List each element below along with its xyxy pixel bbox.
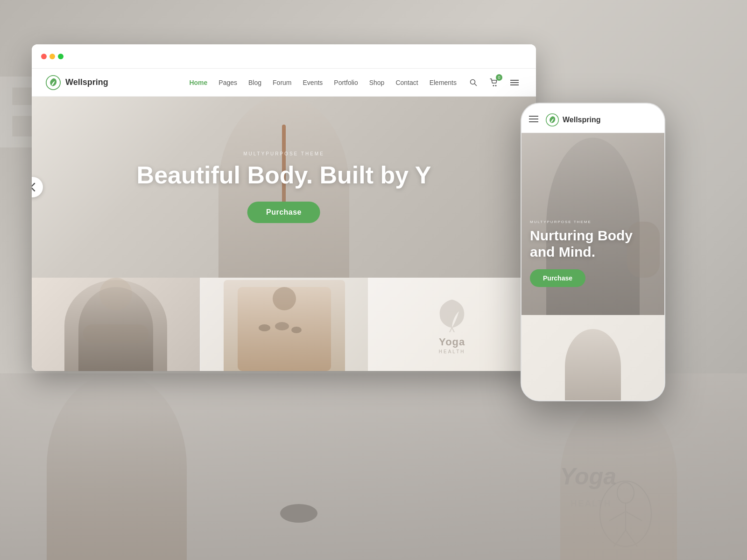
yoga-brand-card: Yoga HEALTH: [368, 278, 536, 371]
desktop-nav-links: Home Pages Blog Forum Events Portfolio S…: [189, 78, 457, 87]
mobile-mockup: Wellspring MULTYPURPOSE THEME Nurturing …: [521, 103, 665, 401]
nav-events[interactable]: Events: [303, 79, 323, 86]
leaf-logo-icon: [46, 75, 61, 90]
mobile-hero: MULTYPURPOSE THEME Nurturing Body and Mi…: [521, 133, 664, 315]
cart-badge: 0: [496, 74, 502, 81]
mobile-logo-text: Wellspring: [563, 116, 601, 124]
desktop-mockup: Wellspring Home Pages Blog Forum Events …: [32, 44, 536, 371]
desktop-bottom: Yoga HEALTH: [32, 278, 536, 371]
menu-icon-btn[interactable]: [507, 75, 522, 90]
yoga-sit-card: [32, 278, 200, 371]
nav-pages[interactable]: Pages: [218, 79, 237, 86]
desktop-logo-text: Wellspring: [65, 77, 108, 87]
nav-blog[interactable]: Blog: [248, 79, 261, 86]
nav-portfolio[interactable]: Portfolio: [334, 79, 358, 86]
bg-person-right: [560, 397, 677, 560]
nav-contact[interactable]: Contact: [395, 79, 418, 86]
mobile-hero-content: MULTYPURPOSE THEME Nurturing Body and Mi…: [530, 220, 656, 287]
svg-point-11: [495, 85, 497, 86]
yoga-sub-label: HEALTH: [439, 349, 465, 354]
mobile-hero-tagline: MULTYPURPOSE THEME: [530, 220, 656, 224]
desktop-purchase-button[interactable]: Purchase: [247, 202, 320, 223]
bg-stone: [280, 504, 317, 523]
massage-card: [200, 278, 368, 371]
mobile-logo-area: Wellspring: [546, 113, 601, 126]
yoga-brand-svg-icon: [433, 295, 471, 332]
svg-point-18: [546, 114, 558, 126]
nav-icons: 0: [466, 75, 522, 90]
browser-header: [32, 44, 536, 69]
site-navbar: Wellspring Home Pages Blog Forum Events …: [32, 69, 536, 97]
dot-yellow[interactable]: [49, 54, 55, 59]
cart-icon-btn[interactable]: 0: [486, 75, 501, 90]
mobile-leaf-icon: [546, 113, 559, 126]
mobile-bottom-section: [521, 315, 664, 401]
mobile-bottom-figure: [565, 329, 621, 401]
nav-home[interactable]: Home: [189, 79, 207, 86]
nav-shop[interactable]: Shop: [369, 79, 385, 86]
mobile-hamburger-icon[interactable]: [529, 115, 538, 125]
mobile-bottom-bg: [521, 315, 664, 401]
desktop-hero: MULTYPURPOSE THEME Beautiful Body. Built…: [32, 97, 536, 278]
hero-title: Beautiful Body. Built by Y: [137, 162, 431, 189]
yoga-brand-label: Yoga: [439, 336, 465, 348]
nav-elements[interactable]: Elements: [430, 79, 457, 86]
dot-green[interactable]: [58, 54, 63, 59]
browser-dots: [41, 54, 63, 59]
search-icon-btn[interactable]: [466, 75, 481, 90]
mobile-hero-title: Nurturing Body and Mind.: [530, 228, 656, 260]
svg-point-10: [493, 85, 494, 86]
dot-red[interactable]: [41, 54, 47, 59]
svg-point-7: [46, 75, 60, 89]
bg-person-left: [47, 373, 187, 560]
mobile-notch: [574, 104, 612, 113]
svg-point-8: [471, 79, 475, 84]
nav-forum[interactable]: Forum: [273, 79, 291, 86]
svg-line-9: [475, 84, 477, 86]
hero-content: MULTYPURPOSE THEME Beautiful Body. Built…: [137, 151, 431, 223]
logo-area: Wellspring: [46, 75, 108, 90]
mobile-purchase-button[interactable]: Purchase: [530, 269, 585, 287]
hero-tagline: MULTYPURPOSE THEME: [137, 151, 431, 156]
